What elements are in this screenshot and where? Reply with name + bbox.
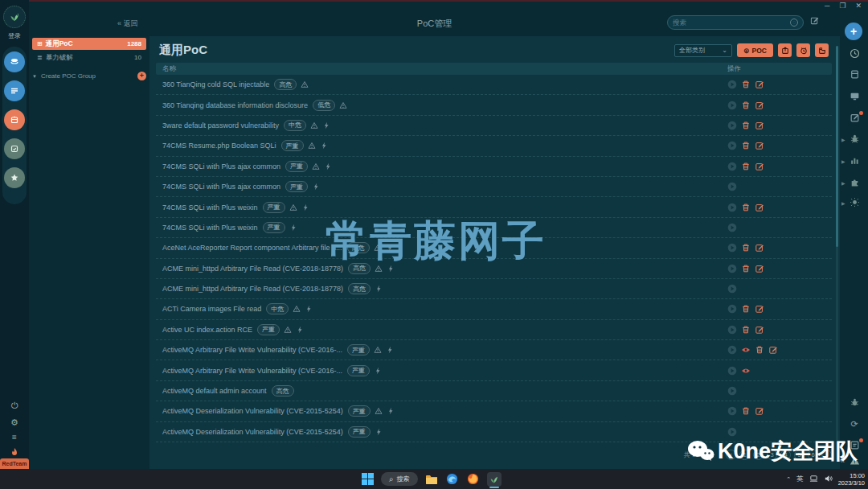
scrollbar-thumb[interactable] [836,46,838,247]
eye-icon[interactable] [741,345,751,355]
trash-icon[interactable] [755,345,764,355]
table-row[interactable]: ActiveMQ Arbitrary File Write Vulnerabil… [156,360,832,380]
execute-icon[interactable] [727,121,737,130]
table-row[interactable]: 74CMS SQLi with Plus weixin严重 [156,218,832,238]
history-button[interactable] [796,43,810,57]
poc-name[interactable]: 360 Tianqing database information disclo… [156,101,308,109]
table-row[interactable]: ActiveMQ Deserialization Vulnerability (… [156,401,832,421]
add-group-icon[interactable]: + [137,72,146,80]
trash-icon[interactable] [741,101,751,110]
minimize-button[interactable]: ─ [825,2,829,10]
edit-icon[interactable] [755,121,764,130]
category-filter-dropdown[interactable]: 全部类别 ⌄ [674,44,732,57]
poc-name[interactable]: ACME mini_httpd Arbitrary File Read (CVE… [156,265,343,273]
table-row[interactable]: 74CMS Resume.php Boolean SQLi严重 [156,136,832,156]
tasks-icon[interactable] [4,80,25,101]
edit-icon[interactable] [755,203,764,212]
execute-icon[interactable] [727,284,737,294]
file-explorer-icon[interactable] [424,472,439,487]
trash-icon[interactable] [741,203,751,212]
execute-icon[interactable] [727,406,737,416]
edit-icon[interactable] [755,80,764,89]
execute-icon[interactable] [727,101,737,110]
table-row[interactable]: ACTi Camera images File read中危 [156,299,832,319]
tray-caret-icon[interactable]: ⌃ [786,476,791,483]
execute-icon[interactable] [727,386,737,396]
trash-icon[interactable] [741,121,751,130]
table-row[interactable]: ActiveMQ Arbitrary File Write Vulnerabil… [156,340,832,360]
page-button[interactable]: 2 [753,450,764,460]
poc-name[interactable]: 74CMS SQLi with Plus ajax common [156,162,280,171]
edit-icon[interactable] [755,141,764,150]
avatar[interactable] [3,6,26,28]
poc-name[interactable]: Active UC index.action RCE [156,326,252,334]
edit-icon[interactable] [768,345,778,355]
sidebar-item-bruteforce[interactable]: ≣ 暴力破解 10 [32,51,146,64]
prev-page-button[interactable]: ‹ [726,450,736,460]
table-row[interactable]: ActiveMQ Deserialization Vulnerability (… [156,422,832,442]
poc-name[interactable]: AceNet AceReporter Report component Arbi… [156,244,342,252]
report-icon[interactable] [847,440,862,452]
table-row[interactable]: 360 Tianqing database information disclo… [156,95,832,115]
execute-icon[interactable] [727,366,737,376]
restore-button[interactable]: ❐ [839,2,845,10]
poc-name[interactable]: 74CMS SQLi with Plus weixin [156,203,258,212]
table-row[interactable]: 74CMS SQLi with Plus ajax common严重 [156,177,832,197]
poc-name[interactable]: ActiveMQ Arbitrary File Write Vulnerabil… [156,346,342,354]
ime-indicator[interactable]: 英 [796,475,804,484]
refresh-icon[interactable]: ⟳ [847,419,862,429]
poc-name[interactable]: 360 TianQing cold SQL injectable [156,80,269,88]
start-button[interactable] [360,472,375,487]
edge-browser-icon[interactable] [445,472,460,487]
table-row[interactable]: ActiveMQ default admin account高危 [156,381,832,401]
execute-icon[interactable] [727,162,737,171]
page-button[interactable]: 5 [794,450,805,460]
trash-icon[interactable] [741,141,751,150]
add-button[interactable]: + [845,23,862,40]
poc-name[interactable]: 3ware default password vulnerability [156,121,279,129]
execute-icon[interactable] [727,141,737,150]
expand-arrow-icon[interactable]: ▶ [841,137,845,142]
chart-icon[interactable] [847,155,862,167]
poc-name[interactable]: 74CMS Resume.php Boolean SQLi [156,142,276,150]
page-button[interactable]: 1 [739,450,750,460]
plugins-icon[interactable] [4,138,25,159]
poc-name[interactable]: 74CMS SQLi with Plus ajax common [156,183,280,191]
taskbar-search[interactable]: ⌕ 搜索 [381,472,418,486]
create-poc-group-button[interactable]: ▼ Create POC Group + [32,72,146,80]
edit-icon[interactable] [755,304,764,314]
taskbar-clock[interactable]: 15:00 2023/3/10 [838,472,865,487]
execute-icon[interactable] [727,264,737,273]
power-icon[interactable]: ⏻ [0,401,29,411]
trash-icon[interactable] [741,80,751,89]
poc-name[interactable]: ActiveMQ default admin account [156,387,267,395]
edit-icon[interactable] [755,243,764,253]
server-icon[interactable] [847,69,862,81]
execute-icon[interactable] [727,304,737,314]
trash-icon[interactable] [741,243,751,253]
export-button[interactable] [778,43,792,57]
notes-icon[interactable] [847,113,862,125]
expand-arrow-icon[interactable]: ▶ [841,158,845,164]
table-row[interactable]: 74CMS SQLi with Plus weixin严重 [156,197,832,217]
firefox-browser-icon[interactable] [466,472,481,487]
search-loading-icon[interactable]: ◌ [790,18,798,27]
table-row[interactable]: AceNet AceReporter Report component Arbi… [156,238,832,258]
global-search[interactable]: ◌ [667,15,804,30]
edit-icon[interactable] [755,101,764,110]
poc-name[interactable]: ActiveMQ Deserialization Vulnerability (… [156,407,343,415]
search-input[interactable] [673,18,790,27]
trash-icon[interactable] [741,406,751,416]
execute-icon[interactable] [727,80,737,89]
trash-icon[interactable] [741,162,751,171]
device-icon[interactable] [809,475,818,484]
next-page-button[interactable]: › [821,450,832,460]
execute-icon[interactable] [727,345,737,355]
sidebar-item-general-poc[interactable]: ⊞ 通用PoC 1288 [32,38,146,50]
execute-icon[interactable] [727,223,737,232]
page-button[interactable]: 6 [808,450,818,460]
spider-icon[interactable] [847,197,862,209]
poc-name[interactable]: ActiveMQ Deserialization Vulnerability (… [156,428,343,436]
execute-icon[interactable] [727,182,737,191]
edit-search-icon[interactable] [810,16,819,27]
